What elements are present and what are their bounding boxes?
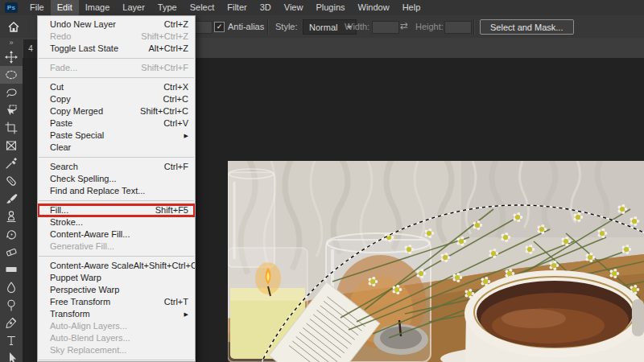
menu-item-label: Copy <box>50 93 163 105</box>
edit-menu-item-generative-fill: Generative Fill... <box>38 241 195 253</box>
edit-menu-item-copy-merged[interactable]: Copy MergedShift+Ctrl+C <box>38 105 195 117</box>
menu-item-label: Auto-Align Layers... <box>50 320 188 332</box>
edit-menu-item-clear[interactable]: Clear <box>38 142 195 154</box>
edit-menu-item-redo: RedoShift+Ctrl+Z <box>38 31 195 43</box>
edit-menu-item-copy[interactable]: CopyCtrl+C <box>38 93 195 105</box>
dodge-tool[interactable] <box>0 296 23 314</box>
lasso-tool[interactable] <box>0 84 23 101</box>
height-input[interactable] <box>444 21 472 34</box>
eyedropper-icon <box>5 157 18 170</box>
menu-item-shortcut: Alt+Shift+Ctrl+C <box>134 260 196 272</box>
width-input[interactable] <box>372 21 399 34</box>
eraser-tool[interactable] <box>0 243 23 261</box>
menu-item-label: Redo <box>50 31 141 43</box>
gradient-tool[interactable] <box>0 261 23 278</box>
menu-item-label: Paste Special <box>50 130 184 142</box>
document-tab[interactable]: 4 <box>23 39 38 58</box>
edit-menu-dropdown: Undo New LayerCtrl+ZRedoShift+Ctrl+ZTogg… <box>37 15 196 362</box>
menu-item-shortcut: Ctrl+T <box>164 296 188 308</box>
menu-item-label: Find and Replace Text... <box>50 185 188 197</box>
menu-item-label: Clear <box>50 142 188 154</box>
menu-item-label: Paste <box>50 117 163 130</box>
gradient-icon <box>5 263 18 276</box>
menu-item-label: Fade... <box>50 62 141 74</box>
edit-menu-item-stroke[interactable]: Stroke... <box>38 216 195 228</box>
menu-image[interactable]: Image <box>79 0 117 15</box>
elliptical-marquee-icon <box>5 68 18 81</box>
move-tool[interactable] <box>0 48 23 66</box>
menu-item-label: Transform <box>50 308 184 320</box>
edit-menu-item-content-aware-scale[interactable]: Content-Aware ScaleAlt+Shift+Ctrl+C <box>38 260 195 272</box>
menu-item-label: Content-Aware Scale <box>50 260 134 272</box>
menu-item-shortcut: Ctrl+V <box>163 117 188 130</box>
divider <box>267 19 269 35</box>
edit-menu-item-paste[interactable]: PasteCtrl+V <box>38 117 195 130</box>
edit-menu-item-find-and-replace-text[interactable]: Find and Replace Text... <box>38 185 195 197</box>
blur-icon <box>5 281 18 294</box>
type-tool[interactable] <box>0 331 23 349</box>
menu-item-label: Check Spelling... <box>50 173 188 185</box>
path-selection-tool[interactable] <box>0 349 23 362</box>
edit-menu-item-toggle-last-state[interactable]: Toggle Last StateAlt+Ctrl+Z <box>38 43 195 55</box>
menu-item-label: Cut <box>50 81 163 93</box>
menu-layer[interactable]: Layer <box>116 0 151 15</box>
menu-plugins[interactable]: Plugins <box>309 0 351 15</box>
photo-canvas[interactable] <box>228 161 644 362</box>
pen-tool[interactable] <box>0 314 23 331</box>
edit-menu-item-puppet-warp[interactable]: Puppet Warp <box>38 272 195 284</box>
menu-separator <box>39 360 194 360</box>
anti-alias-label: Anti-alias <box>228 22 264 31</box>
menu-separator <box>39 200 194 201</box>
edit-menu-item-undo-new-layer[interactable]: Undo New LayerCtrl+Z <box>38 19 195 31</box>
edit-menu-item-content-aware-fill[interactable]: Content-Aware Fill... <box>38 228 195 241</box>
select-and-mask-button[interactable]: Select and Mask... <box>480 19 574 35</box>
edit-menu-item-search[interactable]: SearchCtrl+F <box>38 161 195 173</box>
menu-item-shortcut: Ctrl+Z <box>164 19 188 31</box>
history-brush-icon <box>5 228 18 241</box>
crop-icon <box>5 121 18 134</box>
menu-item-label: Perspective Warp <box>50 284 188 296</box>
width-label: Width: <box>345 22 369 31</box>
photoshop-logo-icon: Ps <box>5 2 18 13</box>
edit-menu-item-auto-blend-layers: Auto-Blend Layers... <box>38 332 195 344</box>
edit-menu-item-fill[interactable]: Fill...Shift+F5 <box>38 204 195 216</box>
eraser-icon <box>5 245 18 258</box>
edit-menu-item-check-spelling[interactable]: Check Spelling... <box>38 173 195 185</box>
menu-view[interactable]: View <box>278 0 310 15</box>
menu-item-shortcut: Alt+Ctrl+Z <box>148 43 188 55</box>
blur-tool[interactable] <box>0 278 23 296</box>
history-brush-tool[interactable] <box>0 225 23 243</box>
menu-bar-items: FileEditImageLayerTypeSelectFilter3DView… <box>23 0 427 15</box>
menu-file[interactable]: File <box>23 0 51 15</box>
edit-menu-item-transform[interactable]: Transform▶ <box>38 308 195 320</box>
crop-tool[interactable] <box>0 119 23 137</box>
menu-item-label: Sky Replacement... <box>50 344 188 356</box>
menu-separator <box>39 157 194 158</box>
elliptical-marquee-tool[interactable] <box>0 66 23 84</box>
brush-tool[interactable] <box>0 190 23 208</box>
menu-item-shortcut: Ctrl+C <box>163 93 188 105</box>
edit-menu-item-cut[interactable]: CutCtrl+X <box>38 81 195 93</box>
edit-menu-item-perspective-warp[interactable]: Perspective Warp <box>38 284 195 296</box>
menu-separator <box>39 77 194 78</box>
frame-tool[interactable] <box>0 137 23 154</box>
menu-filter[interactable]: Filter <box>221 0 253 15</box>
clone-stamp-tool[interactable] <box>0 208 23 225</box>
home-icon[interactable] <box>6 19 21 34</box>
expand-panel-icon[interactable]: » <box>0 38 23 48</box>
eyedropper-tool[interactable] <box>0 154 23 172</box>
menu-help[interactable]: Help <box>396 0 427 15</box>
menu-item-shortcut: Shift+Ctrl+F <box>141 62 188 74</box>
menu-type[interactable]: Type <box>151 0 184 15</box>
swap-dimensions-icon[interactable]: ⇄ <box>400 20 408 31</box>
menu-3d[interactable]: 3D <box>254 0 278 15</box>
menu-select[interactable]: Select <box>184 0 221 15</box>
spot-healing-brush-tool[interactable] <box>0 172 23 190</box>
edit-menu-item-free-transform[interactable]: Free TransformCtrl+T <box>38 296 195 308</box>
menu-item-label: Content-Aware Fill... <box>50 228 188 241</box>
menu-edit[interactable]: Edit <box>51 0 79 15</box>
anti-alias-checkbox[interactable]: ✓ <box>214 22 225 32</box>
object-selection-tool[interactable] <box>0 101 23 119</box>
menu-window[interactable]: Window <box>352 0 396 15</box>
edit-menu-item-paste-special[interactable]: Paste Special▶ <box>38 130 195 142</box>
